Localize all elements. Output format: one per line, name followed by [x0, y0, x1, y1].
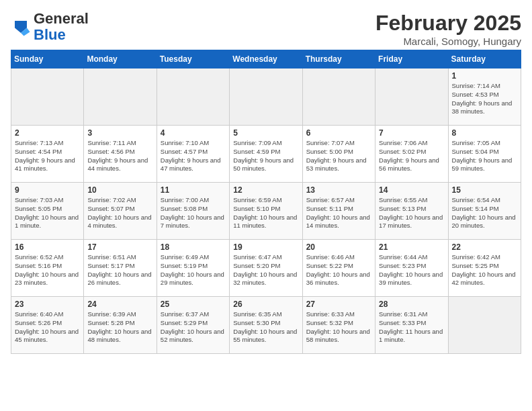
day-number: 1: [452, 71, 517, 81]
logo-text: General Blue: [34, 11, 89, 43]
day-cell: [157, 68, 229, 126]
week-row-1: 1Sunrise: 7:14 AM Sunset: 4:53 PM Daylig…: [11, 68, 521, 126]
day-cell: 8Sunrise: 7:05 AM Sunset: 5:04 PM Daylig…: [448, 126, 521, 183]
day-info: Sunrise: 7:00 AM Sunset: 5:08 PM Dayligh…: [161, 196, 226, 230]
day-cell: 27Sunrise: 6:33 AM Sunset: 5:32 PM Dayli…: [302, 297, 375, 354]
day-number: 5: [233, 128, 298, 138]
day-cell: 12Sunrise: 6:59 AM Sunset: 5:10 PM Dayli…: [230, 183, 302, 240]
day-cell: 26Sunrise: 6:35 AM Sunset: 5:30 PM Dayli…: [230, 297, 302, 354]
day-number: 4: [161, 128, 226, 138]
logo: General Blue: [11, 11, 89, 43]
day-number: 26: [233, 300, 298, 309]
day-number: 16: [15, 242, 80, 252]
calendar-title: February 2025: [375, 11, 521, 36]
day-number: 17: [87, 242, 152, 252]
day-info: Sunrise: 6:42 AM Sunset: 5:25 PM Dayligh…: [452, 253, 517, 287]
day-info: Sunrise: 6:54 AM Sunset: 5:14 PM Dayligh…: [452, 196, 517, 230]
day-cell: 24Sunrise: 6:39 AM Sunset: 5:28 PM Dayli…: [84, 297, 157, 354]
logo-general: General: [34, 10, 89, 27]
day-number: 25: [161, 300, 226, 309]
day-info: Sunrise: 7:05 AM Sunset: 5:04 PM Dayligh…: [452, 139, 517, 173]
day-cell: 22Sunrise: 6:42 AM Sunset: 5:25 PM Dayli…: [448, 240, 521, 297]
day-info: Sunrise: 6:46 AM Sunset: 5:22 PM Dayligh…: [306, 253, 371, 287]
day-cell: 18Sunrise: 6:49 AM Sunset: 5:19 PM Dayli…: [157, 240, 229, 297]
day-number: 21: [379, 242, 444, 252]
day-number: 18: [161, 242, 226, 252]
day-cell: 9Sunrise: 7:03 AM Sunset: 5:05 PM Daylig…: [11, 183, 84, 240]
weekday-header-sunday: Sunday: [11, 50, 84, 68]
day-number: 14: [379, 185, 444, 195]
day-number: 10: [87, 185, 152, 195]
week-row-5: 23Sunrise: 6:40 AM Sunset: 5:26 PM Dayli…: [11, 297, 521, 354]
day-info: Sunrise: 6:57 AM Sunset: 5:11 PM Dayligh…: [306, 196, 371, 230]
day-cell: 6Sunrise: 7:07 AM Sunset: 5:00 PM Daylig…: [302, 126, 375, 183]
day-cell: [11, 68, 84, 126]
day-info: Sunrise: 6:31 AM Sunset: 5:33 PM Dayligh…: [379, 310, 444, 345]
day-cell: 4Sunrise: 7:10 AM Sunset: 4:57 PM Daylig…: [157, 126, 229, 183]
day-cell: [448, 297, 521, 354]
weekday-header-monday: Monday: [84, 50, 157, 68]
day-info: Sunrise: 7:14 AM Sunset: 4:53 PM Dayligh…: [452, 82, 517, 116]
day-number: 11: [161, 185, 226, 195]
day-number: 22: [452, 242, 517, 252]
day-cell: [84, 68, 157, 126]
day-number: 24: [87, 300, 152, 309]
weekday-header-row: SundayMondayTuesdayWednesdayThursdayFrid…: [11, 50, 521, 68]
day-info: Sunrise: 7:11 AM Sunset: 4:56 PM Dayligh…: [87, 139, 152, 173]
day-info: Sunrise: 6:55 AM Sunset: 5:13 PM Dayligh…: [379, 196, 444, 230]
day-cell: 3Sunrise: 7:11 AM Sunset: 4:56 PM Daylig…: [84, 126, 157, 183]
day-info: Sunrise: 6:44 AM Sunset: 5:23 PM Dayligh…: [379, 253, 444, 287]
day-info: Sunrise: 6:40 AM Sunset: 5:26 PM Dayligh…: [15, 310, 80, 345]
day-cell: 23Sunrise: 6:40 AM Sunset: 5:26 PM Dayli…: [11, 297, 84, 354]
day-number: 19: [233, 242, 298, 252]
day-cell: 21Sunrise: 6:44 AM Sunset: 5:23 PM Dayli…: [375, 240, 448, 297]
day-cell: 20Sunrise: 6:46 AM Sunset: 5:22 PM Dayli…: [302, 240, 375, 297]
day-cell: [230, 68, 302, 126]
day-cell: 2Sunrise: 7:13 AM Sunset: 4:54 PM Daylig…: [11, 126, 84, 183]
weekday-header-saturday: Saturday: [448, 50, 521, 68]
day-number: 2: [15, 128, 80, 138]
day-cell: 11Sunrise: 7:00 AM Sunset: 5:08 PM Dayli…: [157, 183, 229, 240]
day-number: 27: [306, 300, 371, 309]
day-info: Sunrise: 7:09 AM Sunset: 4:59 PM Dayligh…: [233, 139, 298, 173]
day-info: Sunrise: 7:13 AM Sunset: 4:54 PM Dayligh…: [15, 139, 80, 173]
title-block: February 2025 Marcali, Somogy, Hungary: [375, 11, 521, 47]
day-info: Sunrise: 6:47 AM Sunset: 5:20 PM Dayligh…: [233, 253, 298, 287]
day-cell: 28Sunrise: 6:31 AM Sunset: 5:33 PM Dayli…: [375, 297, 448, 354]
day-info: Sunrise: 6:49 AM Sunset: 5:19 PM Dayligh…: [161, 253, 226, 287]
day-number: 7: [379, 128, 444, 138]
calendar-subtitle: Marcali, Somogy, Hungary: [375, 36, 521, 47]
day-number: 23: [15, 300, 80, 309]
day-cell: 7Sunrise: 7:06 AM Sunset: 5:02 PM Daylig…: [375, 126, 448, 183]
day-cell: [302, 68, 375, 126]
week-row-2: 2Sunrise: 7:13 AM Sunset: 4:54 PM Daylig…: [11, 126, 521, 183]
day-info: Sunrise: 6:35 AM Sunset: 5:30 PM Dayligh…: [233, 310, 298, 345]
day-info: Sunrise: 7:10 AM Sunset: 4:57 PM Dayligh…: [161, 139, 226, 173]
weekday-header-wednesday: Wednesday: [230, 50, 302, 68]
day-info: Sunrise: 7:03 AM Sunset: 5:05 PM Dayligh…: [15, 196, 80, 230]
day-info: Sunrise: 6:37 AM Sunset: 5:29 PM Dayligh…: [161, 310, 226, 345]
day-info: Sunrise: 6:39 AM Sunset: 5:28 PM Dayligh…: [87, 310, 152, 345]
day-number: 15: [452, 185, 517, 195]
calendar-table: SundayMondayTuesdayWednesdayThursdayFrid…: [11, 50, 521, 354]
day-number: 6: [306, 128, 371, 138]
day-cell: 13Sunrise: 6:57 AM Sunset: 5:11 PM Dayli…: [302, 183, 375, 240]
weekday-header-tuesday: Tuesday: [157, 50, 229, 68]
week-row-4: 16Sunrise: 6:52 AM Sunset: 5:16 PM Dayli…: [11, 240, 521, 297]
weekday-header-friday: Friday: [375, 50, 448, 68]
day-number: 3: [87, 128, 152, 138]
day-cell: 5Sunrise: 7:09 AM Sunset: 4:59 PM Daylig…: [230, 126, 302, 183]
day-info: Sunrise: 7:02 AM Sunset: 5:07 PM Dayligh…: [87, 196, 152, 230]
day-cell: 1Sunrise: 7:14 AM Sunset: 4:53 PM Daylig…: [448, 68, 521, 126]
logo-icon: [11, 17, 31, 37]
day-number: 9: [15, 185, 80, 195]
day-cell: 10Sunrise: 7:02 AM Sunset: 5:07 PM Dayli…: [84, 183, 157, 240]
day-number: 20: [306, 242, 371, 252]
day-number: 28: [379, 300, 444, 309]
day-number: 12: [233, 185, 298, 195]
day-cell: 25Sunrise: 6:37 AM Sunset: 5:29 PM Dayli…: [157, 297, 229, 354]
logo-blue: Blue: [34, 26, 66, 43]
page-header: General Blue February 2025 Marcali, Somo…: [11, 11, 521, 47]
day-cell: 17Sunrise: 6:51 AM Sunset: 5:17 PM Dayli…: [84, 240, 157, 297]
day-cell: [375, 68, 448, 126]
